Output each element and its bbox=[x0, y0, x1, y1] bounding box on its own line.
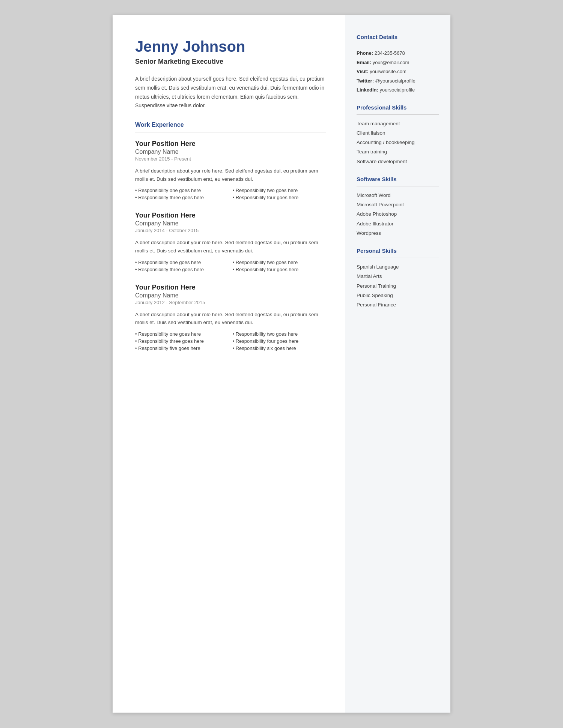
responsibility-item: Responsibility five goes here bbox=[135, 345, 229, 351]
job-description: A brief description about your role here… bbox=[135, 239, 326, 255]
job-company: Company Name bbox=[135, 292, 326, 299]
responsibilities-grid: Responsibility one goes hereResponsibili… bbox=[135, 260, 326, 272]
phone-value: 234-235-5678 bbox=[375, 50, 405, 56]
skill-item: Microsoft Word bbox=[357, 192, 439, 199]
email-item: Email: your@email.com bbox=[357, 59, 439, 66]
personal-skills-section: Personal Skills Spanish LanguageMartial … bbox=[357, 248, 439, 309]
jobs-container: Your Position Here Company Name November… bbox=[135, 140, 326, 351]
linkedin-item: LinkedIn: yoursocialprofile bbox=[357, 86, 439, 94]
linkedin-value: yoursocialprofile bbox=[379, 87, 415, 93]
responsibility-item: Responsibility four goes here bbox=[233, 267, 327, 272]
responsibility-item: Responsibility six goes here bbox=[233, 345, 327, 351]
contact-section: Contact Details Phone: 234-235-5678 Emai… bbox=[357, 34, 439, 94]
visit-item: Visit: yourwebsite.com bbox=[357, 68, 439, 75]
job-company: Company Name bbox=[135, 149, 326, 155]
resume-page: Jenny Johnson Senior Marketing Executive… bbox=[113, 15, 450, 713]
skill-item: Personal Training bbox=[357, 282, 439, 290]
responsibility-item: Responsibility two goes here bbox=[233, 260, 327, 265]
skill-item: Accounting / bookkeeping bbox=[357, 139, 439, 146]
responsibilities-grid: Responsibility one goes hereResponsibili… bbox=[135, 331, 326, 351]
contact-divider bbox=[357, 44, 439, 44]
linkedin-label: LinkedIn: bbox=[357, 87, 378, 93]
main-column: Jenny Johnson Senior Marketing Executive… bbox=[113, 15, 345, 713]
email-label: Email: bbox=[357, 60, 371, 65]
job-item: Your Position Here Company Name January … bbox=[135, 284, 326, 351]
visit-value: yourwebsite.com bbox=[370, 69, 406, 74]
contact-heading: Contact Details bbox=[357, 34, 439, 40]
job-item: Your Position Here Company Name January … bbox=[135, 212, 326, 272]
job-dates: January 2012 - September 2015 bbox=[135, 300, 326, 305]
job-dates: January 2014 - October 2015 bbox=[135, 228, 326, 233]
responsibility-item: Responsibility two goes here bbox=[233, 188, 327, 193]
email-value: your@email.com bbox=[373, 60, 409, 65]
work-experience-heading: Work Experience bbox=[135, 122, 326, 128]
visit-label: Visit: bbox=[357, 69, 369, 74]
sidebar-column: Contact Details Phone: 234-235-5678 Emai… bbox=[345, 15, 450, 713]
skill-item: Adobe Photoshop bbox=[357, 210, 439, 218]
job-dates: November 2015 - Present bbox=[135, 156, 326, 162]
job-position: Your Position Here bbox=[135, 140, 326, 148]
responsibility-item: Responsibility three goes here bbox=[135, 195, 229, 200]
responsibilities-grid: Responsibility one goes hereResponsibili… bbox=[135, 188, 326, 200]
responsibility-item: Responsibility one goes here bbox=[135, 188, 229, 193]
responsibility-item: Responsibility four goes here bbox=[233, 195, 327, 200]
job-position: Your Position Here bbox=[135, 284, 326, 291]
responsibility-item: Responsibility three goes here bbox=[135, 267, 229, 272]
software-skills-list: Microsoft WordMicrosoft PowerpointAdobe … bbox=[357, 192, 439, 237]
skill-item: Client liaison bbox=[357, 129, 439, 137]
personal-skills-list: Spanish LanguageMartial ArtsPersonal Tra… bbox=[357, 263, 439, 309]
phone-label: Phone: bbox=[357, 50, 373, 56]
skill-item: Adobe Illustrator bbox=[357, 220, 439, 228]
software-skills-section: Software Skills Microsoft WordMicrosoft … bbox=[357, 176, 439, 237]
professional-skills-list: Team managementClient liaisonAccounting … bbox=[357, 120, 439, 165]
skill-item: Microsoft Powerpoint bbox=[357, 201, 439, 209]
candidate-name: Jenny Johnson bbox=[135, 38, 326, 56]
skill-item: Wordpress bbox=[357, 230, 439, 237]
responsibility-item: Responsibility four goes here bbox=[233, 338, 327, 344]
skill-item: Spanish Language bbox=[357, 263, 439, 271]
job-description: A brief description about your role here… bbox=[135, 311, 326, 327]
professional-skills-section: Professional Skills Team managementClien… bbox=[357, 104, 439, 165]
skill-item: Team training bbox=[357, 148, 439, 156]
skill-item: Public Speaking bbox=[357, 292, 439, 299]
skill-item: Martial Arts bbox=[357, 273, 439, 280]
candidate-title: Senior Marketing Executive bbox=[135, 58, 326, 66]
personal-skills-heading: Personal Skills bbox=[357, 248, 439, 254]
professional-skills-heading: Professional Skills bbox=[357, 104, 439, 111]
professional-skills-divider bbox=[357, 114, 439, 115]
responsibility-item: Responsibility one goes here bbox=[135, 260, 229, 265]
personal-skills-divider bbox=[357, 258, 439, 258]
twitter-value: @yoursocialprofile bbox=[375, 78, 415, 84]
job-item: Your Position Here Company Name November… bbox=[135, 140, 326, 200]
skill-item: Software development bbox=[357, 158, 439, 165]
software-skills-heading: Software Skills bbox=[357, 176, 439, 182]
skill-item: Personal Finance bbox=[357, 301, 439, 309]
responsibility-item: Responsibility two goes here bbox=[233, 331, 327, 337]
twitter-label: Twitter: bbox=[357, 78, 374, 84]
work-experience-divider bbox=[135, 132, 326, 132]
phone-item: Phone: 234-235-5678 bbox=[357, 50, 439, 57]
responsibility-item: Responsibility one goes here bbox=[135, 331, 229, 337]
responsibility-item: Responsibility three goes here bbox=[135, 338, 229, 344]
skill-item: Team management bbox=[357, 120, 439, 128]
candidate-bio: A brief description about yourself goes … bbox=[135, 75, 326, 110]
job-position: Your Position Here bbox=[135, 212, 326, 219]
job-description: A brief description about your role here… bbox=[135, 167, 326, 183]
job-company: Company Name bbox=[135, 220, 326, 227]
software-skills-divider bbox=[357, 186, 439, 186]
twitter-item: Twitter: @yoursocialprofile bbox=[357, 77, 439, 85]
